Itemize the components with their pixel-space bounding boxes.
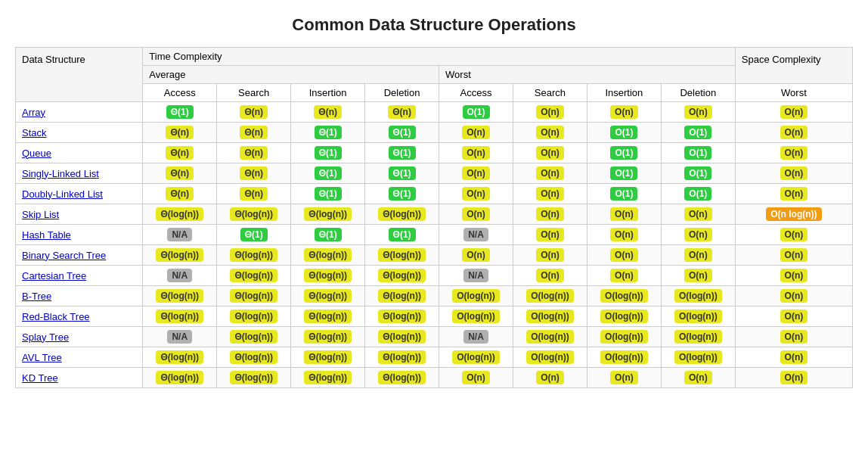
- complexity-badge: Θ(log(n)): [304, 248, 352, 262]
- ds-name-cell[interactable]: Splay Tree: [16, 327, 143, 347]
- table-row: Binary Search TreeΘ(log(n))Θ(log(n))Θ(lo…: [16, 245, 853, 266]
- worst-col-1: O(log(n)): [513, 347, 587, 368]
- col-worst-insert: Insertion: [587, 84, 661, 102]
- complexity-badge: O(n): [462, 126, 490, 139]
- complexity-badge: Θ(log(n)): [230, 269, 277, 282]
- ds-name-cell[interactable]: KD Tree: [16, 368, 143, 388]
- complexity-badge: O(n): [684, 371, 712, 384]
- col-avg-access: Access: [143, 84, 217, 102]
- complexity-badge: O(n): [536, 146, 564, 160]
- table-row: ArrayΘ(1)Θ(n)Θ(n)Θ(n)O(1)O(n)O(n)O(n)O(n…: [16, 102, 853, 123]
- avg-col-1: Θ(log(n)): [217, 368, 291, 388]
- ds-name-cell[interactable]: Hash Table: [16, 225, 143, 245]
- ds-link[interactable]: Red-Black Tree: [22, 311, 90, 322]
- space-badge: O(n): [780, 126, 808, 139]
- complexity-badge: O(n): [462, 166, 490, 180]
- col-worst-access: Access: [439, 84, 513, 102]
- ds-link[interactable]: Array: [22, 107, 45, 118]
- ds-name-cell[interactable]: Stack: [16, 123, 143, 143]
- ds-link[interactable]: B-Tree: [22, 291, 51, 302]
- complexity-badge: Θ(n): [240, 126, 268, 139]
- ds-link[interactable]: Doubly-Linked List: [22, 188, 103, 200]
- complexity-badge: Θ(1): [389, 146, 416, 160]
- worst-col-0: N/A: [439, 225, 513, 245]
- avg-col-0: Θ(log(n)): [143, 286, 217, 306]
- avg-col-1: Θ(log(n)): [217, 327, 291, 347]
- avg-col-0: Θ(n): [143, 123, 217, 143]
- avg-col-2: Θ(1): [291, 225, 365, 245]
- ds-name-cell[interactable]: Red-Black Tree: [16, 306, 143, 327]
- worst-col-2: O(n): [587, 204, 661, 225]
- ds-name-cell[interactable]: AVL Tree: [16, 347, 143, 368]
- avg-col-3: Θ(log(n)): [365, 245, 439, 266]
- col-space-worst: Worst: [735, 84, 852, 102]
- complexity-badge: O(log(n)): [600, 330, 648, 344]
- space-col: O(n): [735, 266, 852, 286]
- complexity-badge: O(1): [610, 146, 637, 160]
- complexity-badge: Θ(log(n)): [304, 350, 352, 364]
- complexity-badge: O(n): [610, 371, 638, 384]
- complexity-badge: O(1): [610, 126, 637, 139]
- complexity-badge: O(log(n)): [600, 350, 648, 364]
- worst-col-1: O(n): [513, 123, 587, 143]
- col-header-space: Space Complexity: [735, 48, 852, 84]
- complexity-badge: O(n): [536, 371, 564, 384]
- worst-col-3: O(log(n)): [661, 327, 735, 347]
- complexity-badge: O(n): [462, 187, 490, 201]
- worst-col-1: O(n): [513, 368, 587, 388]
- table-row: Singly-Linked ListΘ(n)Θ(n)Θ(1)Θ(1)O(n)O(…: [16, 163, 853, 184]
- avg-col-2: Θ(log(n)): [291, 286, 365, 306]
- ds-link[interactable]: Hash Table: [22, 229, 71, 241]
- worst-col-3: O(n): [661, 204, 735, 225]
- worst-col-3: O(n): [661, 245, 735, 266]
- ds-link[interactable]: Cartesian Tree: [22, 270, 86, 282]
- complexity-badge: Θ(log(n)): [230, 207, 277, 221]
- ds-link[interactable]: Stack: [22, 127, 47, 138]
- ds-name-cell[interactable]: Cartesian Tree: [16, 266, 143, 286]
- ds-link[interactable]: Queue: [22, 148, 51, 159]
- worst-col-3: O(n): [661, 266, 735, 286]
- complexity-badge: Θ(log(n)): [304, 310, 352, 323]
- ds-link[interactable]: Binary Search Tree: [22, 250, 106, 261]
- complexity-badge: Θ(n): [166, 187, 194, 201]
- complexity-badge: Θ(1): [315, 126, 342, 139]
- ds-link[interactable]: AVL Tree: [22, 352, 62, 363]
- complexity-badge: Θ(log(n)): [230, 350, 277, 364]
- complexity-badge: O(n): [610, 207, 638, 221]
- complexity-badge: O(1): [684, 146, 711, 160]
- ds-name-cell[interactable]: B-Tree: [16, 286, 143, 306]
- ds-link[interactable]: Skip List: [22, 209, 59, 220]
- table-row: Skip ListΘ(log(n))Θ(log(n))Θ(log(n))Θ(lo…: [16, 204, 853, 225]
- ds-name-cell[interactable]: Array: [16, 102, 143, 123]
- table-row: StackΘ(n)Θ(n)Θ(1)Θ(1)O(n)O(n)O(1)O(1)O(n…: [16, 123, 853, 143]
- worst-col-0: O(n): [439, 163, 513, 184]
- ds-name-cell[interactable]: Doubly-Linked List: [16, 184, 143, 204]
- worst-col-3: O(log(n)): [661, 286, 735, 306]
- ds-name-cell[interactable]: Singly-Linked List: [16, 163, 143, 184]
- ds-link[interactable]: Splay Tree: [22, 331, 69, 343]
- worst-col-0: N/A: [439, 266, 513, 286]
- ds-name-cell[interactable]: Queue: [16, 143, 143, 163]
- avg-col-1: Θ(n): [217, 102, 291, 123]
- space-col: O(n): [735, 306, 852, 327]
- data-structures-table: Data Structure Time Complexity Space Com…: [15, 47, 853, 388]
- complexity-badge: Θ(log(n)): [304, 330, 352, 344]
- ds-name-cell[interactable]: Binary Search Tree: [16, 245, 143, 266]
- ds-link[interactable]: KD Tree: [22, 372, 58, 384]
- space-badge: O(n): [780, 289, 808, 303]
- worst-col-0: O(log(n)): [439, 347, 513, 368]
- table-row: QueueΘ(n)Θ(n)Θ(1)Θ(1)O(n)O(n)O(1)O(1)O(n…: [16, 143, 853, 163]
- worst-col-1: O(log(n)): [513, 286, 587, 306]
- complexity-badge: O(n): [536, 105, 564, 119]
- ds-name-cell[interactable]: Skip List: [16, 204, 143, 225]
- ds-link[interactable]: Singly-Linked List: [22, 168, 99, 179]
- space-badge: O(n): [780, 146, 808, 160]
- avg-col-3: Θ(1): [365, 143, 439, 163]
- avg-col-0: Θ(log(n)): [143, 347, 217, 368]
- avg-col-2: Θ(log(n)): [291, 306, 365, 327]
- space-badge: O(n): [780, 228, 808, 241]
- complexity-badge: Θ(log(n)): [378, 207, 426, 221]
- complexity-badge: Θ(log(n)): [304, 207, 352, 221]
- space-badge: O(n): [780, 105, 808, 119]
- complexity-badge: O(n): [536, 187, 564, 201]
